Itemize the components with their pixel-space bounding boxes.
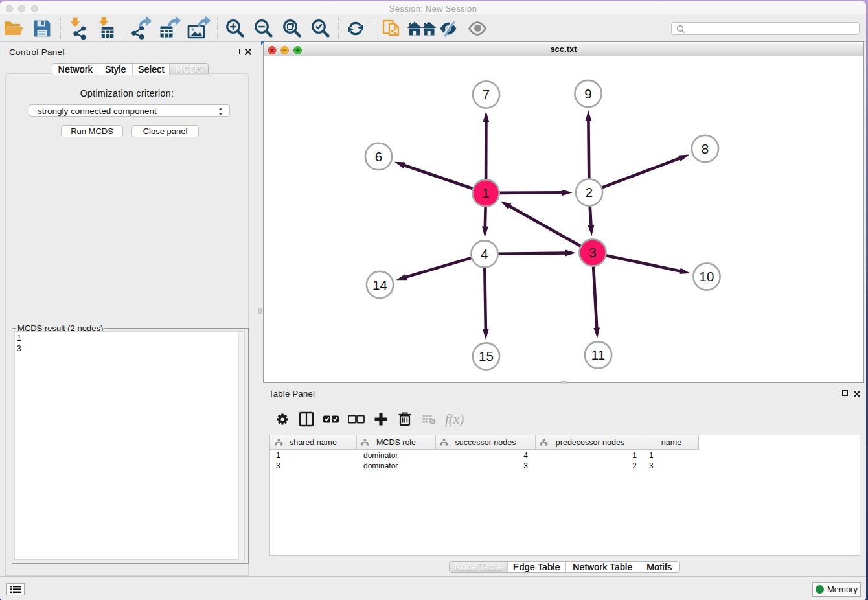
svg-text:f(x): f(x) xyxy=(445,411,464,427)
svg-text:2: 2 xyxy=(586,185,593,200)
svg-text:15: 15 xyxy=(479,349,494,363)
svg-text:8: 8 xyxy=(702,141,709,156)
svg-text:1: 1 xyxy=(482,185,489,200)
svg-text:3: 3 xyxy=(589,245,596,260)
svg-text:11: 11 xyxy=(591,347,605,362)
svg-text:6: 6 xyxy=(375,149,382,164)
svg-text:9: 9 xyxy=(584,86,591,101)
svg-text:4: 4 xyxy=(481,246,488,261)
svg-text:10: 10 xyxy=(700,269,714,284)
svg-text:14: 14 xyxy=(372,277,387,292)
svg-text:7: 7 xyxy=(483,87,490,102)
